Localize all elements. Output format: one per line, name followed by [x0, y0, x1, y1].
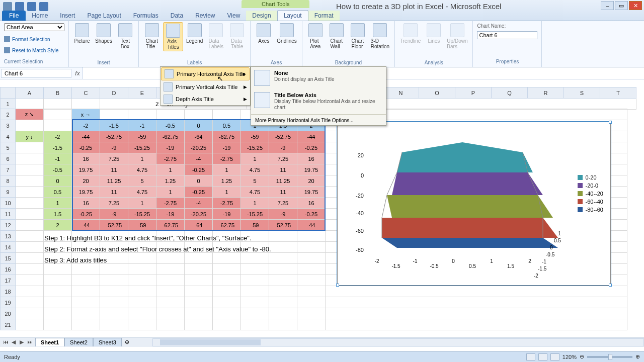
axis-titles-button[interactable]: Axis Titles: [163, 22, 183, 51]
cell[interactable]: -2.75: [156, 153, 185, 164]
cell[interactable]: -52.75: [269, 131, 297, 142]
cell[interactable]: 1: [213, 164, 241, 175]
close-button[interactable]: ✕: [629, 1, 642, 10]
tab-layout[interactable]: Layout: [277, 10, 308, 21]
menu-primary-vertical[interactable]: Primary Vertical Axis Title▶: [160, 81, 250, 93]
cell[interactable]: [16, 120, 44, 131]
first-sheet-icon[interactable]: ⏮: [2, 339, 9, 345]
cell[interactable]: -62.75: [213, 131, 241, 142]
cell[interactable]: 1.5: [44, 209, 72, 220]
horizontal-scrollbar[interactable]: [152, 338, 644, 346]
cell[interactable]: [100, 286, 128, 297]
cell[interactable]: -1: [128, 120, 156, 131]
cell[interactable]: 11.25: [269, 175, 297, 187]
cell[interactable]: 1: [156, 164, 185, 175]
cell[interactable]: [326, 308, 627, 319]
row-header[interactable]: 14: [1, 242, 16, 253]
cell[interactable]: z ↘: [16, 109, 44, 120]
row-header[interactable]: 9: [1, 187, 16, 198]
cell[interactable]: [269, 286, 297, 297]
cell[interactable]: -20.25: [185, 142, 213, 153]
cell[interactable]: 16: [297, 198, 326, 209]
cell[interactable]: -44: [297, 131, 326, 142]
cell[interactable]: 4.75: [128, 164, 156, 175]
cell[interactable]: -62.75: [156, 220, 185, 231]
row-header[interactable]: 17: [1, 275, 16, 286]
cell[interactable]: [269, 319, 297, 330]
cell[interactable]: -52.75: [100, 220, 128, 231]
cell[interactable]: -2: [72, 120, 100, 131]
cell[interactable]: [269, 275, 297, 286]
cell[interactable]: [269, 308, 297, 319]
cell[interactable]: 1: [213, 187, 241, 198]
cell[interactable]: -44: [72, 220, 100, 231]
col-header[interactable]: O: [419, 87, 455, 99]
new-sheet-icon[interactable]: ⊕: [122, 339, 132, 345]
cell[interactable]: [16, 242, 44, 253]
cell[interactable]: [128, 109, 156, 120]
submenu-none[interactable]: NoneDo not display an Axis Title: [251, 67, 386, 89]
cell[interactable]: -15.25: [128, 142, 156, 153]
row-header[interactable]: 6: [1, 153, 16, 164]
cell[interactable]: -4: [185, 198, 213, 209]
cell[interactable]: [16, 253, 44, 264]
cell[interactable]: 16: [72, 153, 100, 164]
shapes-button[interactable]: Shapes: [93, 22, 114, 50]
cell[interactable]: 20: [72, 175, 100, 187]
cell[interactable]: 11: [269, 164, 297, 175]
col-header[interactable]: B: [44, 87, 72, 99]
cell[interactable]: 7.25: [100, 153, 128, 164]
cell[interactable]: -62.75: [156, 131, 185, 142]
cell[interactable]: -1.5: [100, 120, 128, 131]
cell[interactable]: 4.75: [241, 187, 269, 198]
cell[interactable]: 0.5: [44, 187, 72, 198]
cell[interactable]: [185, 319, 213, 330]
cell[interactable]: -15.25: [241, 142, 269, 153]
col-header[interactable]: A: [16, 87, 44, 99]
cell[interactable]: 11: [269, 187, 297, 198]
cell[interactable]: -19: [156, 209, 185, 220]
cell[interactable]: [241, 275, 269, 286]
cell[interactable]: [16, 231, 44, 242]
cell[interactable]: [16, 164, 44, 175]
cell[interactable]: [156, 319, 185, 330]
cell[interactable]: 5: [241, 175, 269, 187]
cell[interactable]: -9: [269, 142, 297, 153]
cell[interactable]: -20.25: [185, 209, 213, 220]
chart-element-selector[interactable]: Chart Area: [4, 23, 64, 31]
cell[interactable]: -59: [241, 220, 269, 231]
cell[interactable]: -19: [156, 142, 185, 153]
cell[interactable]: -52.75: [100, 131, 128, 142]
row-header[interactable]: 8: [1, 175, 16, 187]
zoom-in-icon[interactable]: ⊕: [635, 353, 640, 360]
cell[interactable]: -15.25: [128, 209, 156, 220]
page-layout-view-icon[interactable]: [538, 353, 547, 360]
cell[interactable]: [241, 286, 269, 297]
cell[interactable]: [72, 297, 100, 308]
cell[interactable]: [156, 286, 185, 297]
cell[interactable]: [100, 308, 128, 319]
cell[interactable]: [269, 297, 297, 308]
next-sheet-icon[interactable]: ▶: [18, 339, 25, 345]
col-header[interactable]: N: [383, 87, 419, 99]
cell[interactable]: [297, 308, 326, 319]
fx-icon[interactable]: fx: [72, 70, 83, 77]
cell[interactable]: 5: [128, 175, 156, 187]
cell[interactable]: [16, 319, 44, 330]
cell[interactable]: 11: [100, 164, 128, 175]
cell[interactable]: -9: [269, 209, 297, 220]
col-header[interactable]: S: [564, 87, 600, 99]
cell[interactable]: [16, 153, 44, 164]
row-header[interactable]: 3: [1, 120, 16, 131]
col-header[interactable]: D: [100, 87, 128, 99]
col-header[interactable]: P: [455, 87, 492, 99]
minimize-button[interactable]: –: [601, 1, 614, 10]
cell[interactable]: x →: [72, 109, 100, 120]
row-header[interactable]: 1: [1, 99, 16, 110]
cell[interactable]: 11: [100, 187, 128, 198]
format-selection-button[interactable]: Format Selection: [4, 36, 50, 42]
cell[interactable]: [326, 297, 627, 308]
prev-sheet-icon[interactable]: ◀: [10, 339, 17, 345]
cell[interactable]: [44, 286, 72, 297]
cell[interactable]: [241, 319, 269, 330]
